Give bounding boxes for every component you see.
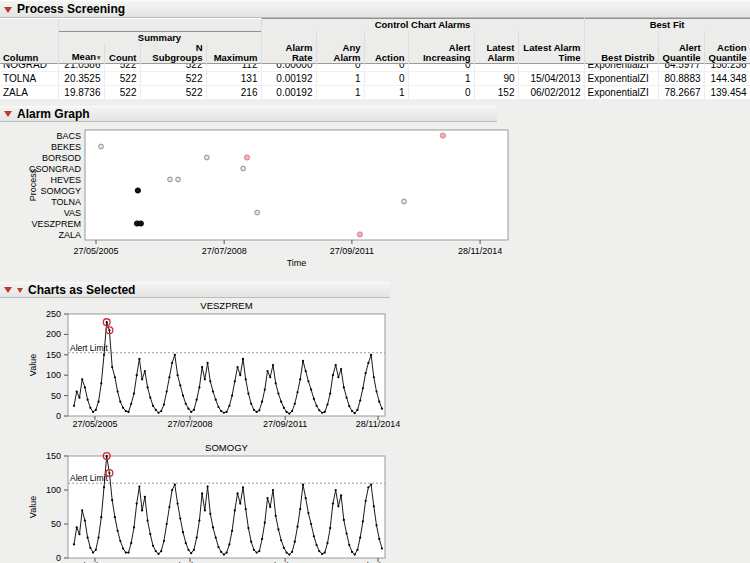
data-point[interactable] [141, 509, 143, 511]
table-cell[interactable]: 144.348 [704, 71, 750, 85]
table-cell[interactable]: 1 [408, 71, 474, 85]
data-point[interactable] [204, 509, 206, 511]
data-point[interactable] [299, 507, 301, 509]
data-point[interactable] [187, 548, 189, 550]
alarm-point-heves[interactable] [176, 177, 181, 182]
data-point[interactable] [305, 370, 307, 372]
table-cell[interactable]: ZALA [0, 85, 58, 99]
table-cell[interactable]: 152 [474, 85, 518, 99]
data-point[interactable] [337, 376, 339, 378]
data-point[interactable] [182, 394, 184, 396]
data-point[interactable] [160, 410, 162, 412]
data-point[interactable] [119, 400, 121, 402]
data-point[interactable] [345, 532, 347, 534]
data-point[interactable] [332, 374, 334, 376]
column-header-mean[interactable]: Mean▾ [58, 43, 104, 64]
data-point[interactable] [354, 553, 356, 555]
data-point[interactable] [294, 540, 296, 542]
data-point[interactable] [247, 526, 249, 528]
table-cell[interactable]: 19.8736 [58, 85, 104, 99]
data-point[interactable] [171, 361, 173, 363]
data-point[interactable] [362, 387, 364, 389]
data-point[interactable] [108, 329, 110, 331]
data-point[interactable] [97, 400, 99, 402]
column-header-column[interactable]: Column [0, 19, 58, 64]
data-point[interactable] [187, 407, 189, 409]
table-cell[interactable]: NOGRAD [0, 63, 58, 71]
data-point[interactable] [356, 408, 358, 410]
data-point[interactable] [258, 409, 260, 411]
data-point[interactable] [280, 539, 282, 541]
data-point[interactable] [250, 402, 252, 404]
table-cell[interactable]: 131 [206, 71, 261, 85]
data-point[interactable] [174, 483, 176, 485]
data-point[interactable] [163, 403, 165, 405]
data-point[interactable] [196, 398, 198, 400]
data-point[interactable] [103, 353, 105, 355]
alarm-point-csongrad[interactable] [241, 166, 246, 171]
data-point[interactable] [87, 536, 89, 538]
data-point[interactable] [146, 386, 148, 388]
data-point[interactable] [256, 410, 258, 412]
data-point[interactable] [193, 408, 195, 410]
data-point[interactable] [245, 507, 247, 509]
data-point[interactable] [95, 408, 97, 410]
data-point[interactable] [326, 403, 328, 405]
data-point[interactable] [193, 548, 195, 550]
data-point[interactable] [375, 524, 377, 526]
data-point[interactable] [356, 548, 358, 550]
data-point[interactable] [302, 483, 304, 485]
table-cell[interactable]: ExponentialZI [584, 63, 658, 71]
table-cell[interactable]: 1 [364, 85, 408, 99]
table-cell[interactable] [518, 63, 584, 71]
data-point[interactable] [245, 378, 247, 380]
data-point[interactable] [231, 529, 233, 531]
data-point[interactable] [73, 404, 75, 406]
data-point[interactable] [185, 541, 187, 543]
data-point[interactable] [318, 550, 320, 552]
data-point[interactable] [84, 386, 86, 388]
data-point[interactable] [283, 406, 285, 408]
data-point[interactable] [108, 471, 110, 473]
data-point[interactable] [144, 370, 146, 372]
data-point[interactable] [190, 410, 192, 412]
data-point[interactable] [291, 410, 293, 412]
data-point[interactable] [247, 392, 249, 394]
table-cell[interactable]: 139.454 [704, 85, 750, 99]
data-point[interactable] [332, 502, 334, 504]
table-cell[interactable]: 522 [104, 71, 140, 85]
data-point[interactable] [321, 552, 323, 554]
data-point[interactable] [201, 365, 203, 367]
column-header[interactable]: Action Quantile [704, 31, 750, 63]
alarm-point-somogy[interactable] [135, 187, 140, 192]
data-point[interactable] [106, 454, 108, 456]
column-header[interactable]: Action [364, 31, 408, 63]
data-point[interactable] [204, 378, 206, 380]
table-cell[interactable]: 15/04/2013 [518, 71, 584, 85]
data-point[interactable] [324, 551, 326, 553]
data-point[interactable] [335, 363, 337, 365]
data-point[interactable] [103, 486, 105, 488]
data-point[interactable] [370, 483, 372, 485]
data-point[interactable] [373, 505, 375, 507]
data-point[interactable] [125, 551, 127, 553]
table-cell[interactable]: 0 [364, 63, 408, 71]
column-header[interactable]: Alarm Rate [261, 31, 316, 63]
alarm-point-tolna[interactable] [402, 199, 407, 204]
table-cell[interactable]: 522 [104, 63, 140, 71]
data-point[interactable] [179, 517, 181, 519]
data-point[interactable] [220, 410, 222, 412]
data-point[interactable] [144, 495, 146, 497]
data-point[interactable] [176, 502, 178, 504]
data-point[interactable] [242, 357, 244, 359]
disclosure-triangle-icon[interactable] [4, 7, 12, 13]
table-cell[interactable]: 522 [104, 85, 140, 99]
data-point[interactable] [114, 376, 116, 378]
table-cell[interactable]: 0.00192 [261, 71, 316, 85]
column-header[interactable]: Latest Alarm Time [518, 31, 584, 63]
data-point[interactable] [277, 392, 279, 394]
data-point[interactable] [280, 400, 282, 402]
table-cell[interactable]: TOLNA [0, 71, 58, 85]
data-point[interactable] [81, 509, 83, 511]
table-cell[interactable] [474, 63, 518, 71]
